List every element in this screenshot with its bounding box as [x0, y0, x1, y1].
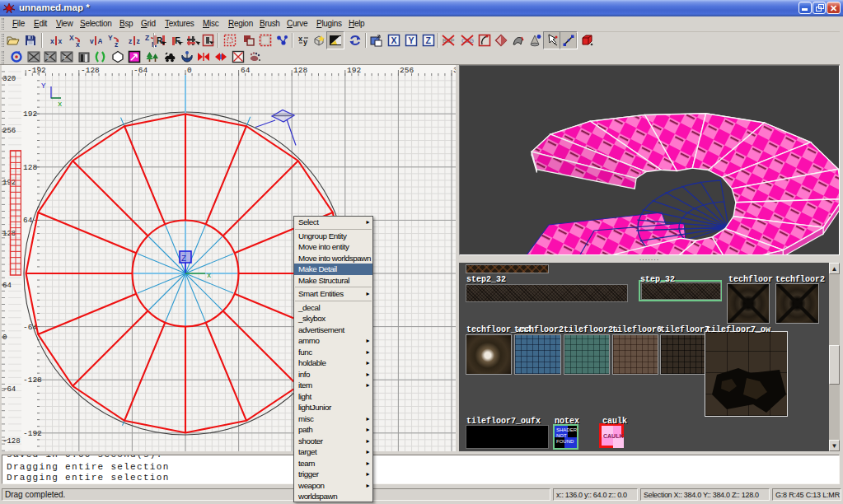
svg-text:X: X [69, 34, 74, 42]
svg-text:-128: -128 [2, 437, 21, 446]
svg-text:-192: -192 [23, 429, 42, 438]
svg-text:-192: -192 [27, 66, 46, 75]
svg-text:64: 64 [241, 66, 251, 75]
svg-text:A: A [98, 37, 103, 45]
svg-text:-64: -64 [133, 66, 148, 75]
svg-text:128: 128 [23, 163, 37, 172]
svg-text:256: 256 [2, 127, 16, 135]
svg-text:z: z [63, 54, 67, 60]
svg-text:64: 64 [23, 216, 33, 225]
svg-text:-64: -64 [2, 385, 16, 394]
svg-text:-128: -128 [23, 376, 42, 385]
svg-text:Y: Y [41, 82, 46, 91]
svg-text:x: x [59, 37, 63, 45]
svg-text:x: x [50, 37, 54, 45]
svg-text:Z: Z [426, 35, 432, 45]
svg-text:v: v [90, 37, 94, 45]
svg-text:Z: Z [181, 254, 186, 264]
svg-text:Y: Y [409, 35, 414, 45]
svg-text:-128: -128 [81, 66, 100, 75]
svg-text:320: 320 [2, 75, 16, 83]
svg-text:x: x [76, 40, 80, 48]
svg-text:z: z [115, 40, 118, 48]
svg-text:256: 256 [400, 66, 414, 75]
svg-text:y: y [303, 38, 307, 46]
svg-text:Z: Z [47, 54, 51, 60]
svg-text:Y: Y [108, 34, 113, 42]
svg-text:0: 0 [2, 334, 7, 342]
svg-text:192: 192 [347, 66, 361, 75]
svg-text:x: x [298, 35, 302, 43]
svg-text:0: 0 [187, 66, 192, 75]
svg-text:Z: Z [145, 34, 149, 42]
svg-text:64: 64 [2, 282, 12, 290]
svg-text:X: X [391, 35, 397, 45]
svg-text:x: x [207, 272, 211, 280]
svg-text:z: z [137, 37, 140, 45]
svg-text:x: x [58, 100, 62, 109]
svg-text:z: z [129, 37, 132, 45]
svg-text:R: R [157, 36, 163, 45]
svg-text:128: 128 [293, 66, 307, 75]
svg-text:192: 192 [23, 110, 37, 119]
